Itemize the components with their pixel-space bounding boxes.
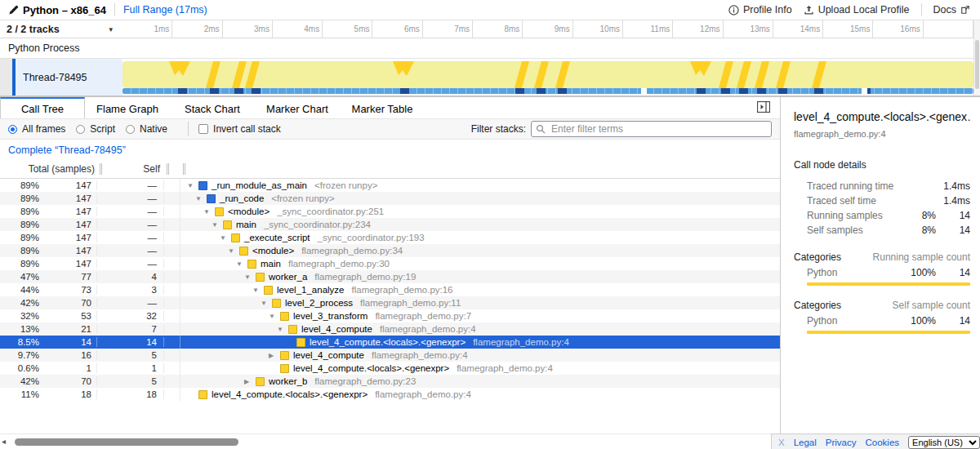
radio-button[interactable] [126,125,135,134]
table-row[interactable]: 89%147—▼_run_module_as_main<frozen runpy… [0,179,780,192]
call-tree-controls: All framesScriptNative Invert call stack… [0,118,780,140]
detail-value: 1.4ms [898,195,970,207]
category-square-icon [280,312,289,321]
tree-cell: level_4_compute.<locals>.<genexpr>flameg… [180,363,780,373]
twisty-open-icon[interactable]: ▼ [236,260,247,268]
tab-call-tree[interactable]: Call Tree [0,97,85,118]
ruler-tick: 2ms [172,20,222,38]
invert-call-stack-checkbox[interactable]: Invert call stack [198,123,281,135]
scrollbar-thumb[interactable] [975,40,979,89]
table-row[interactable]: 32%5332▼level_3_transformflamegraph_demo… [0,309,780,322]
table-row[interactable]: 89%147—▼_run_code<frozen runpy> [0,192,780,205]
file-location: flamegraph_demo.py:4 [372,350,468,360]
twisty-open-icon[interactable]: ▼ [187,182,198,189]
docs-link[interactable]: Docs [933,4,970,16]
file-location: flamegraph_demo.py:34 [301,246,403,256]
track-thread[interactable]: Thread-78495 [0,59,973,96]
table-row[interactable]: 44%733▼level_1_analyzeflamegraph_demo.py… [0,283,780,296]
table-row[interactable]: 11%1818level_4_compute.<locals>.<genexpr… [0,388,780,401]
table-row[interactable]: 89%147—▼<module>flamegraph_demo.py:34 [0,244,780,257]
checkbox-box[interactable] [198,124,208,134]
twisty-open-icon[interactable]: ▼ [269,313,280,320]
twisty-closed-icon[interactable]: ▶ [269,352,280,359]
table-row[interactable]: 89%147—▼_execute_script_sync_coordinator… [0,231,780,244]
twisty-open-icon[interactable]: ▼ [195,195,207,202]
track-python-process[interactable]: Python Process [0,38,973,59]
thread-track-label[interactable]: Thread-78495 [16,59,122,96]
twisty-open-icon[interactable]: ▼ [220,234,231,242]
twisty-open-icon[interactable]: ▼ [277,326,288,333]
sidebar-toggle-button[interactable] [755,101,772,115]
table-row[interactable]: 0.6%11level_4_compute.<locals>.<genexpr>… [0,362,780,375]
column-header-total[interactable]: Total (samples) [0,163,102,175]
category-square-icon [272,299,281,308]
detail-count: 14 [936,224,970,236]
tree-cell: ▼level_2_processflamegraph_demo.py:11 [180,298,780,308]
total-samples-cell: 70 [39,376,97,386]
table-row[interactable]: 13%217▼level_4_computeflamegraph_demo.py… [0,322,780,336]
tree-cell: ▶worker_bflamegraph_demo.py:23 [180,376,780,386]
tab-stack-chart[interactable]: Stack Chart [170,97,255,118]
scroll-left-arrow-icon[interactable]: ◂ [2,438,6,446]
column-header-self[interactable]: Self [102,163,169,175]
radio-button[interactable] [8,125,17,134]
footer-link-legal[interactable]: Legal [794,438,817,447]
self-samples-cell: 3 [97,285,164,295]
total-percent-cell: 89% [0,180,39,190]
divider [114,3,115,16]
table-row[interactable]: 89%147—▼main_sync_coordinator.py:234 [0,218,780,231]
twisty-open-icon[interactable]: ▼ [252,287,264,294]
ruler-tick: 10ms [573,20,623,38]
table-row[interactable]: 42%705▶worker_bflamegraph_demo.py:23 [0,375,780,388]
upload-profile-button[interactable]: Upload Local Profile [804,4,910,16]
icon-cell [164,179,180,192]
radio-button[interactable] [76,125,85,134]
file-location: flamegraph_demo.py:30 [288,259,390,269]
total-percent-cell: 9.7% [0,350,39,360]
table-row[interactable]: 47%774▼worker_aflamegraph_demo.py:19 [0,270,780,283]
horizontal-scrollbar-thumb[interactable] [15,438,238,446]
twisty-open-icon[interactable]: ▼ [203,208,215,216]
tab-marker-chart[interactable]: Marker Chart [255,97,340,118]
radio-native[interactable]: Native [126,123,167,135]
table-row[interactable]: 9.7%165▶level_4_computeflamegraph_demo.p… [0,349,780,362]
ruler-tick: 14ms [773,20,823,38]
table-row[interactable]: 42%70—▼level_2_processflamegraph_demo.py… [0,296,780,309]
language-select[interactable]: English (US) [908,436,980,449]
twisty-open-icon[interactable]: ▼ [228,247,239,255]
category-label: Python [794,315,898,327]
breadcrumb-complete-thread[interactable]: Complete “Thread-78495” [8,144,126,156]
twisty-closed-icon[interactable]: ▶ [244,378,256,385]
file-location: flamegraph_demo.py:4 [473,337,569,347]
total-percent-cell: 13% [0,324,39,334]
ruler-tick: 7ms [423,20,473,38]
table-row[interactable]: 89%147—▼mainflamegraph_demo.py:30 [0,257,780,270]
edit-profile-name-button[interactable]: Python – x86_64 [8,4,106,16]
thread-activity-graph[interactable] [122,59,973,96]
tracks-dropdown[interactable]: 2 / 2 tracks ▾ [0,20,122,38]
radio-script[interactable]: Script [76,123,115,135]
twisty-open-icon[interactable]: ▼ [244,273,256,281]
profile-info-button[interactable]: Profile Info [728,4,792,16]
radio-all-frames[interactable]: All frames [8,123,65,135]
process-track-label: Python Process [8,42,80,54]
table-row[interactable]: 8.5%1414level_4_compute.<locals>.<genexp… [0,336,780,349]
tracks-vertical-scrollbar[interactable] [973,20,980,96]
twisty-open-icon[interactable]: ▼ [261,300,272,307]
total-samples-cell: 1 [39,363,97,373]
timeline-header: 2 / 2 tracks ▾ 1ms2ms3ms4ms5ms6ms7ms8ms9… [0,20,980,38]
tab-marker-table[interactable]: Marker Table [340,97,425,118]
self-samples-cell: 32 [97,311,164,321]
footer-link-cookies[interactable]: Cookies [866,438,900,447]
timeline-ruler[interactable]: 1ms2ms3ms4ms5ms6ms7ms8ms9ms10ms11ms12ms1… [122,20,973,38]
footer-close-button[interactable]: X [778,438,785,447]
total-samples-cell: 147 [39,246,97,256]
footer-link-privacy[interactable]: Privacy [826,438,857,447]
table-row[interactable]: 89%147—▼<module>_sync_coordinator.py:251 [0,205,780,218]
twisty-open-icon[interactable]: ▼ [212,221,223,229]
full-range-button[interactable]: Full Range (17ms) [123,4,207,16]
filter-stacks-input[interactable] [531,121,772,137]
category-count: 14 [936,267,970,278]
detail-row: Self samples8%14 [794,223,970,238]
tab-flame-graph[interactable]: Flame Graph [85,97,170,118]
